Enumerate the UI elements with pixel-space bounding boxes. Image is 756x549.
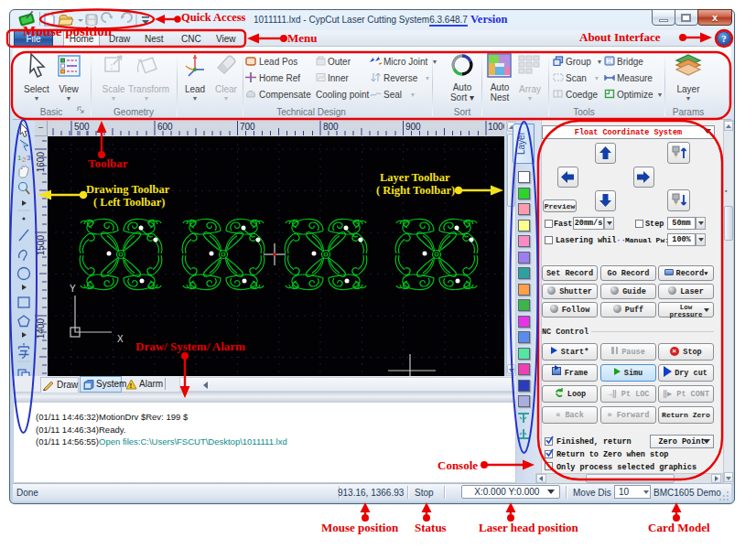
svg-text:1500: 1500 [36, 235, 46, 256]
svg-text:800: 800 [323, 122, 339, 132]
svg-text:1400: 1400 [36, 318, 46, 339]
svg-text:X: X [117, 334, 124, 344]
svg-text:1000: 1000 [488, 122, 504, 132]
svg-text:700: 700 [240, 122, 255, 132]
svg-text:600: 600 [157, 122, 173, 132]
svg-text:900: 900 [405, 122, 421, 132]
svg-text:!: ! [130, 382, 133, 390]
svg-text:3: 3 [27, 154, 31, 162]
svg-text:Y: Y [70, 284, 76, 294]
svg-text:500: 500 [74, 122, 90, 132]
svg-text:1600: 1600 [36, 152, 46, 173]
